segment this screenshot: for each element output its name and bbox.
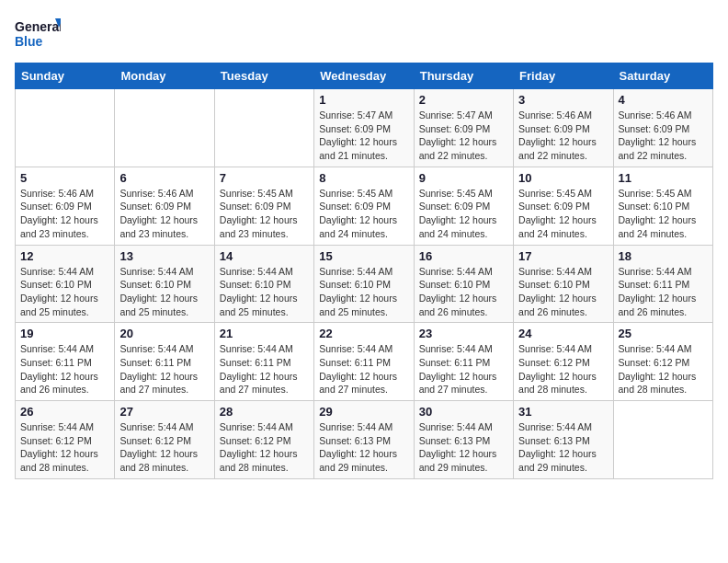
calendar-cell: 17Sunrise: 5:44 AM Sunset: 6:10 PM Dayli…	[514, 245, 613, 323]
day-number: 16	[419, 249, 508, 263]
calendar-cell: 12Sunrise: 5:44 AM Sunset: 6:10 PM Dayli…	[16, 245, 115, 323]
day-number: 5	[20, 171, 109, 185]
week-row-3: 12Sunrise: 5:44 AM Sunset: 6:10 PM Dayli…	[16, 245, 713, 323]
day-number: 25	[619, 327, 708, 340]
day-number: 20	[119, 327, 209, 340]
weekday-header-sunday: Sunday	[16, 63, 115, 89]
day-info: Sunrise: 5:46 AM Sunset: 6:09 PM Dayligh…	[20, 187, 109, 241]
page-header: General Blue	[15, 15, 713, 52]
day-info: Sunrise: 5:44 AM Sunset: 6:13 PM Dayligh…	[419, 420, 508, 475]
weekday-header-thursday: Thursday	[414, 63, 513, 89]
day-info: Sunrise: 5:44 AM Sunset: 6:12 PM Dayligh…	[619, 342, 708, 396]
day-info: Sunrise: 5:44 AM Sunset: 6:11 PM Dayligh…	[319, 342, 408, 396]
day-number: 1	[319, 93, 408, 107]
calendar-cell: 10Sunrise: 5:45 AM Sunset: 6:09 PM Dayli…	[514, 167, 613, 245]
day-number: 31	[518, 405, 608, 419]
day-number: 18	[619, 249, 708, 263]
day-number: 10	[518, 171, 608, 185]
calendar-cell: 21Sunrise: 5:44 AM Sunset: 6:11 PM Dayli…	[214, 323, 313, 401]
calendar-cell: 14Sunrise: 5:44 AM Sunset: 6:10 PM Dayli…	[214, 245, 313, 323]
day-number: 30	[419, 405, 508, 419]
day-number: 21	[220, 327, 309, 340]
day-number: 11	[619, 171, 708, 185]
day-info: Sunrise: 5:44 AM Sunset: 6:10 PM Dayligh…	[20, 265, 109, 319]
day-info: Sunrise: 5:47 AM Sunset: 6:09 PM Dayligh…	[319, 109, 408, 163]
calendar-cell	[16, 89, 115, 167]
day-info: Sunrise: 5:44 AM Sunset: 6:10 PM Dayligh…	[419, 265, 508, 319]
day-number: 8	[319, 171, 408, 185]
day-info: Sunrise: 5:46 AM Sunset: 6:09 PM Dayligh…	[119, 187, 209, 241]
day-info: Sunrise: 5:44 AM Sunset: 6:10 PM Dayligh…	[220, 265, 309, 319]
week-row-4: 19Sunrise: 5:44 AM Sunset: 6:11 PM Dayli…	[16, 323, 713, 401]
day-number: 27	[119, 405, 209, 419]
day-number: 22	[319, 327, 408, 340]
weekday-header-saturday: Saturday	[613, 63, 712, 89]
day-info: Sunrise: 5:45 AM Sunset: 6:10 PM Dayligh…	[619, 187, 708, 241]
calendar-cell	[613, 401, 712, 479]
day-info: Sunrise: 5:44 AM Sunset: 6:11 PM Dayligh…	[119, 342, 209, 396]
day-info: Sunrise: 5:44 AM Sunset: 6:11 PM Dayligh…	[220, 342, 309, 396]
day-number: 6	[119, 171, 209, 185]
day-number: 17	[518, 249, 608, 263]
weekday-header-friday: Friday	[514, 63, 613, 89]
calendar-cell: 1Sunrise: 5:47 AM Sunset: 6:09 PM Daylig…	[314, 89, 414, 167]
calendar-cell: 2Sunrise: 5:47 AM Sunset: 6:09 PM Daylig…	[414, 89, 513, 167]
day-info: Sunrise: 5:44 AM Sunset: 6:13 PM Dayligh…	[518, 420, 608, 475]
calendar-cell: 24Sunrise: 5:44 AM Sunset: 6:12 PM Dayli…	[514, 323, 613, 401]
calendar-cell: 27Sunrise: 5:44 AM Sunset: 6:12 PM Dayli…	[115, 401, 214, 479]
day-info: Sunrise: 5:46 AM Sunset: 6:09 PM Dayligh…	[518, 109, 608, 163]
calendar-cell: 30Sunrise: 5:44 AM Sunset: 6:13 PM Dayli…	[414, 401, 513, 479]
week-row-5: 26Sunrise: 5:44 AM Sunset: 6:12 PM Dayli…	[16, 401, 713, 479]
calendar-cell: 31Sunrise: 5:44 AM Sunset: 6:13 PM Dayli…	[514, 401, 613, 479]
svg-text:Blue: Blue	[15, 34, 43, 49]
calendar-cell: 3Sunrise: 5:46 AM Sunset: 6:09 PM Daylig…	[514, 89, 613, 167]
day-info: Sunrise: 5:44 AM Sunset: 6:12 PM Dayligh…	[518, 342, 608, 396]
weekday-header-tuesday: Tuesday	[214, 63, 313, 89]
calendar-cell: 11Sunrise: 5:45 AM Sunset: 6:10 PM Dayli…	[613, 167, 712, 245]
calendar-cell: 28Sunrise: 5:44 AM Sunset: 6:12 PM Dayli…	[214, 401, 313, 479]
calendar-cell: 6Sunrise: 5:46 AM Sunset: 6:09 PM Daylig…	[115, 167, 214, 245]
calendar-cell: 29Sunrise: 5:44 AM Sunset: 6:13 PM Dayli…	[314, 401, 414, 479]
day-number: 3	[518, 93, 608, 107]
day-number: 24	[518, 327, 608, 340]
day-info: Sunrise: 5:45 AM Sunset: 6:09 PM Dayligh…	[518, 187, 608, 241]
day-number: 15	[319, 249, 408, 263]
logo: General Blue	[15, 15, 61, 52]
logo-svg: General Blue	[15, 15, 61, 52]
day-number: 26	[20, 405, 109, 419]
day-number: 14	[220, 249, 309, 263]
calendar-cell: 4Sunrise: 5:46 AM Sunset: 6:09 PM Daylig…	[613, 89, 712, 167]
calendar-cell: 26Sunrise: 5:44 AM Sunset: 6:12 PM Dayli…	[16, 401, 115, 479]
calendar-cell	[214, 89, 313, 167]
calendar-cell: 5Sunrise: 5:46 AM Sunset: 6:09 PM Daylig…	[16, 167, 115, 245]
day-info: Sunrise: 5:44 AM Sunset: 6:12 PM Dayligh…	[119, 420, 209, 475]
day-info: Sunrise: 5:45 AM Sunset: 6:09 PM Dayligh…	[319, 187, 408, 241]
day-info: Sunrise: 5:45 AM Sunset: 6:09 PM Dayligh…	[419, 187, 508, 241]
day-number: 13	[119, 249, 209, 263]
day-number: 2	[419, 93, 508, 107]
day-number: 29	[319, 405, 408, 419]
weekday-header-wednesday: Wednesday	[314, 63, 414, 89]
day-info: Sunrise: 5:44 AM Sunset: 6:10 PM Dayligh…	[518, 265, 608, 319]
calendar-cell: 22Sunrise: 5:44 AM Sunset: 6:11 PM Dayli…	[314, 323, 414, 401]
calendar-cell: 19Sunrise: 5:44 AM Sunset: 6:11 PM Dayli…	[16, 323, 115, 401]
day-info: Sunrise: 5:47 AM Sunset: 6:09 PM Dayligh…	[419, 109, 508, 163]
day-info: Sunrise: 5:44 AM Sunset: 6:13 PM Dayligh…	[319, 420, 408, 475]
calendar-cell: 20Sunrise: 5:44 AM Sunset: 6:11 PM Dayli…	[115, 323, 214, 401]
day-number: 7	[220, 171, 309, 185]
calendar-table: SundayMondayTuesdayWednesdayThursdayFrid…	[15, 63, 713, 479]
weekday-header-monday: Monday	[115, 63, 214, 89]
calendar-cell: 8Sunrise: 5:45 AM Sunset: 6:09 PM Daylig…	[314, 167, 414, 245]
calendar-cell: 13Sunrise: 5:44 AM Sunset: 6:10 PM Dayli…	[115, 245, 214, 323]
day-number: 23	[419, 327, 508, 340]
day-number: 9	[419, 171, 508, 185]
calendar-cell: 15Sunrise: 5:44 AM Sunset: 6:10 PM Dayli…	[314, 245, 414, 323]
calendar-cell: 9Sunrise: 5:45 AM Sunset: 6:09 PM Daylig…	[414, 167, 513, 245]
calendar-cell: 23Sunrise: 5:44 AM Sunset: 6:11 PM Dayli…	[414, 323, 513, 401]
svg-text:General: General	[15, 19, 61, 34]
weekday-header-row: SundayMondayTuesdayWednesdayThursdayFrid…	[16, 63, 713, 89]
calendar-cell: 25Sunrise: 5:44 AM Sunset: 6:12 PM Dayli…	[613, 323, 712, 401]
week-row-2: 5Sunrise: 5:46 AM Sunset: 6:09 PM Daylig…	[16, 167, 713, 245]
day-number: 28	[220, 405, 309, 419]
day-info: Sunrise: 5:45 AM Sunset: 6:09 PM Dayligh…	[220, 187, 309, 241]
